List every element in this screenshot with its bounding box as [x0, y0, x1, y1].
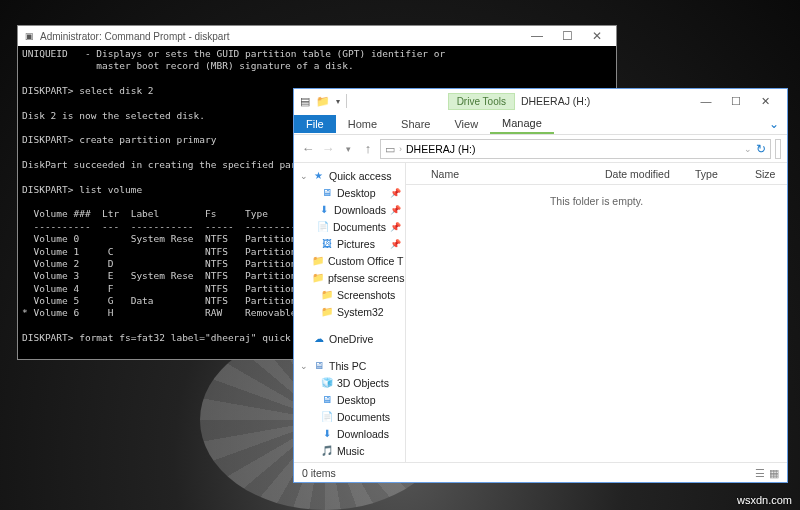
nav-item[interactable]: 📁Custom Office T [294, 252, 405, 269]
nav-item[interactable]: 🎵Music [294, 442, 405, 459]
desktop-icon: 🖥 [320, 186, 333, 199]
nav-label: Downloads [337, 428, 389, 440]
file-explorer-window: ▤ 📁 ▾ Drive Tools DHEERAJ (H:) — ☐ ✕ Fil… [293, 88, 788, 483]
pic-icon: 🖼 [320, 237, 333, 250]
pin-icon: 📌 [390, 188, 401, 198]
minimize-button[interactable]: — [522, 29, 552, 43]
terminal-titlebar[interactable]: ▣ Administrator: Command Prompt - diskpa… [18, 26, 616, 46]
nav-label: Music [337, 445, 364, 457]
star-icon: ★ [312, 169, 325, 182]
nav-label: Custom Office T [328, 255, 403, 267]
column-headers[interactable]: Name Date modified Type Size [406, 163, 787, 185]
recent-dropdown-icon[interactable]: ▾ [340, 144, 356, 154]
close-button[interactable]: ✕ [582, 29, 612, 43]
navigation-pane[interactable]: ⌄★Quick access🖥Desktop📌⬇Downloads📌📄Docum… [294, 163, 406, 462]
column-date[interactable]: Date modified [597, 168, 687, 180]
nav-label: pfsense screensh [328, 272, 406, 284]
status-bar: 0 items ☰ ▦ [294, 462, 787, 482]
nav-label: Screenshots [337, 289, 395, 301]
qat-dropdown-icon[interactable]: ▾ [336, 97, 340, 106]
nav-item[interactable]: 🖥Desktop [294, 391, 405, 408]
column-size[interactable]: Size [747, 168, 787, 180]
system-menu-icon[interactable]: ▤ [300, 95, 310, 108]
cmd-icon: ▣ [22, 29, 36, 43]
file-list[interactable]: This folder is empty. [406, 185, 787, 462]
column-type[interactable]: Type [687, 168, 747, 180]
column-name[interactable]: Name [423, 168, 597, 180]
nav-item[interactable]: 🖥Desktop📌 [294, 184, 405, 201]
nav-label: Downloads [334, 204, 386, 216]
nav-item[interactable]: 📁pfsense screensh [294, 269, 405, 286]
nav-item[interactable]: ⌄★Quick access [294, 167, 405, 184]
ribbon-tabs: File Home Share View Manage ⌄ [294, 113, 787, 135]
terminal-title: Administrator: Command Prompt - diskpart [40, 31, 522, 42]
tiles-view-icon[interactable]: ▦ [769, 467, 779, 479]
breadcrumb[interactable]: DHEERAJ (H:) [406, 143, 475, 155]
nav-item[interactable]: ⌄🖥This PC [294, 357, 405, 374]
doc-icon: 📄 [317, 220, 329, 233]
3d-icon: 🧊 [320, 376, 333, 389]
nav-label: 3D Objects [337, 377, 389, 389]
forward-button[interactable]: → [320, 141, 336, 156]
folder-icon: 📁 [316, 95, 330, 108]
nav-label: This PC [329, 360, 366, 372]
refresh-button[interactable]: ↻ [756, 142, 766, 156]
music-icon: 🎵 [320, 444, 333, 457]
details-view-icon[interactable]: ☰ [755, 467, 765, 479]
address-bar[interactable]: ▭ › DHEERAJ (H:) ⌄ ↻ [380, 139, 771, 159]
tree-twisty-icon[interactable]: ⌄ [300, 171, 308, 181]
watermark: wsxdn.com [737, 494, 792, 506]
nav-label: Quick access [329, 170, 391, 182]
folder-icon: 📁 [320, 305, 333, 318]
nav-label: OneDrive [329, 333, 373, 345]
onedrive-icon: ☁ [312, 332, 325, 345]
drive-icon: ▭ [385, 143, 395, 155]
nav-item[interactable]: 📁System32 [294, 303, 405, 320]
nav-item[interactable]: 🧊3D Objects [294, 374, 405, 391]
chevron-icon: › [399, 144, 402, 154]
folder-icon: 📁 [312, 254, 324, 267]
nav-item[interactable]: 📄Documents [294, 408, 405, 425]
folder-icon: 📁 [312, 271, 324, 284]
up-button[interactable]: ↑ [360, 141, 376, 156]
tree-twisty-icon[interactable]: ⌄ [300, 361, 308, 371]
pin-icon: 📌 [390, 222, 401, 232]
nav-label: Pictures [337, 238, 375, 250]
close-button[interactable]: ✕ [751, 95, 781, 108]
empty-folder-message: This folder is empty. [406, 195, 787, 207]
maximize-button[interactable]: ☐ [552, 29, 582, 43]
minimize-button[interactable]: — [691, 95, 721, 108]
nav-item[interactable]: 📄Documents📌 [294, 218, 405, 235]
desktop-icon: 🖥 [320, 393, 333, 406]
nav-item[interactable]: ☁OneDrive [294, 330, 405, 347]
tab-view[interactable]: View [442, 115, 490, 133]
doc-icon: 📄 [320, 410, 333, 423]
nav-label: Documents [337, 411, 390, 423]
pc-icon: 🖥 [312, 359, 325, 372]
nav-item[interactable]: 📁Screenshots [294, 286, 405, 303]
status-text: 0 items [302, 467, 336, 479]
dl-icon: ⬇ [319, 203, 330, 216]
explorer-titlebar[interactable]: ▤ 📁 ▾ Drive Tools DHEERAJ (H:) — ☐ ✕ [294, 89, 787, 113]
tab-manage[interactable]: Manage [490, 114, 554, 134]
pin-icon: 📌 [390, 205, 401, 215]
nav-label: Desktop [337, 394, 376, 406]
nav-label: Documents [333, 221, 386, 233]
back-button[interactable]: ← [300, 141, 316, 156]
drive-tools-tab[interactable]: Drive Tools [448, 93, 515, 110]
nav-item[interactable]: ⬇Downloads📌 [294, 201, 405, 218]
tab-home[interactable]: Home [336, 115, 389, 133]
nav-item[interactable]: ⬇Downloads [294, 425, 405, 442]
pin-icon: 📌 [390, 239, 401, 249]
nav-label: System32 [337, 306, 384, 318]
ribbon-expand-icon[interactable]: ⌄ [761, 117, 787, 131]
tab-share[interactable]: Share [389, 115, 442, 133]
maximize-button[interactable]: ☐ [721, 95, 751, 108]
dl-icon: ⬇ [320, 427, 333, 440]
search-input[interactable] [775, 139, 781, 159]
tab-file[interactable]: File [294, 115, 336, 133]
window-title: DHEERAJ (H:) [521, 95, 590, 107]
nav-label: Desktop [337, 187, 376, 199]
nav-item[interactable]: 🖼Pictures📌 [294, 235, 405, 252]
address-bar-row: ← → ▾ ↑ ▭ › DHEERAJ (H:) ⌄ ↻ [294, 135, 787, 163]
